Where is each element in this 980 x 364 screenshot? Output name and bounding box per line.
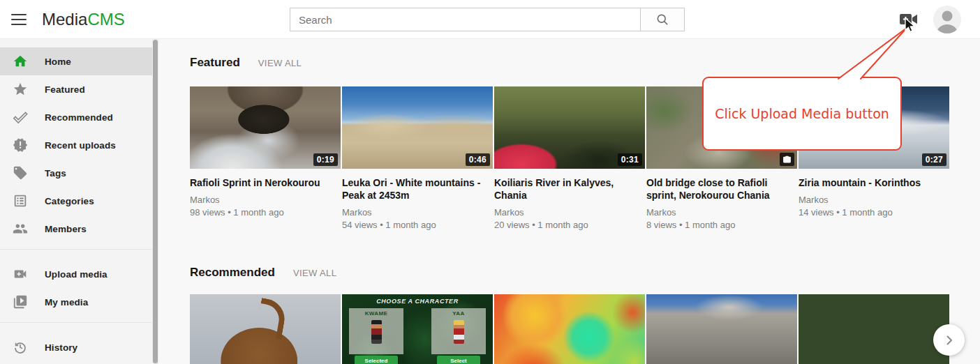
app-logo[interactable]: MediaCMS xyxy=(42,10,125,29)
character-name: YAA xyxy=(432,310,485,317)
sidebar-item-label: Categories xyxy=(45,196,94,206)
sidebar-item-recommended[interactable]: Recommended xyxy=(0,103,152,131)
video-meta: 20 views • 1 month ago xyxy=(494,219,645,232)
members-icon xyxy=(13,221,28,236)
video-title[interactable]: Ziria mountain - Korinthos xyxy=(799,176,949,189)
sidebar-scrollbar-track[interactable] xyxy=(152,39,158,364)
video-card[interactable] xyxy=(190,294,341,364)
top-bar: MediaCMS xyxy=(0,0,980,39)
video-meta: 14 views • 1 month ago xyxy=(799,206,949,219)
featured-section-header: Featured VIEW ALL xyxy=(190,56,302,70)
video-author[interactable]: Markos xyxy=(799,194,949,206)
recommended-section-header: Recommended VIEW ALL xyxy=(190,266,336,280)
featured-view-all-link[interactable]: VIEW ALL xyxy=(258,58,302,68)
search-bar xyxy=(290,8,685,31)
video-meta: 8 views • 1 month ago xyxy=(646,219,797,232)
double-check-icon xyxy=(13,109,28,125)
logo-text-cms: CMS xyxy=(87,10,124,29)
video-thumbnail[interactable] xyxy=(494,294,645,364)
carousel-next-button[interactable] xyxy=(933,324,965,356)
video-title[interactable]: Leuka Ori - White mountains - Peak at 24… xyxy=(342,176,493,202)
sidebar-item-home[interactable]: Home xyxy=(0,47,152,75)
sidebar-item-label: Recent uploads xyxy=(45,140,116,151)
sidebar-item-tags[interactable]: Tags xyxy=(0,159,152,187)
new-releases-icon xyxy=(13,137,28,153)
tag-icon xyxy=(13,165,28,181)
video-thumbnail[interactable] xyxy=(799,294,949,364)
sidebar-item-label: Featured xyxy=(45,84,85,95)
video-call-icon xyxy=(899,12,919,27)
search-input[interactable] xyxy=(290,8,641,31)
video-thumbnail[interactable] xyxy=(190,294,341,364)
chevron-right-icon xyxy=(942,333,956,347)
video-author[interactable]: Markos xyxy=(494,206,645,219)
video-title[interactable]: Old bridge close to Rafioli sprint, Nero… xyxy=(646,176,797,202)
video-meta: 54 views • 1 month ago xyxy=(342,219,493,232)
video-card[interactable]: 0:19Rafioli Sprint in NerokourouMarkos98… xyxy=(190,86,341,232)
user-avatar[interactable] xyxy=(933,6,961,33)
video-thumbnail[interactable]: 0:31 xyxy=(494,86,645,169)
sidebar-item-featured[interactable]: Featured xyxy=(0,75,152,103)
video-thumbnail[interactable]: 0:19 xyxy=(190,86,341,169)
photo-badge xyxy=(780,153,794,166)
sidebar-item-label: History xyxy=(45,342,77,353)
sidebar-item-recent-uploads[interactable]: Recent uploads xyxy=(0,131,152,159)
sidebar-item-label: Home xyxy=(45,56,71,67)
sidebar-item-upload-media[interactable]: Upload media xyxy=(0,260,152,288)
sidebar-item-label: Members xyxy=(45,224,87,234)
video-thumbnail[interactable] xyxy=(646,294,797,364)
sidebar-item-members[interactable]: Members xyxy=(0,215,152,243)
video-card[interactable]: CHOOSE A CHARACTERKWAMEYAASelectedSelect xyxy=(342,294,493,364)
character-box: YAA xyxy=(431,308,486,354)
video-thumbnail[interactable]: CHOOSE A CHARACTERKWAMEYAASelectedSelect xyxy=(342,294,493,364)
video-card[interactable] xyxy=(646,294,797,364)
character-sprite xyxy=(371,320,382,344)
annotation-callout: Click Upload Media button xyxy=(702,77,902,151)
video-card[interactable] xyxy=(494,294,645,364)
sidebar-item-label: Upload media xyxy=(45,269,107,280)
sidebar: HomeFeaturedRecommendedRecent uploadsTag… xyxy=(0,39,152,364)
video-author[interactable]: Markos xyxy=(342,206,493,219)
video-author[interactable]: Markos xyxy=(646,206,797,219)
upload-media-button[interactable] xyxy=(899,12,919,27)
categories-icon xyxy=(13,193,28,208)
video-card[interactable]: 0:46Leuka Ori - White mountains - Peak a… xyxy=(342,86,493,232)
recommended-view-all-link[interactable]: VIEW ALL xyxy=(293,268,336,278)
annotation-text: Click Upload Media button xyxy=(715,106,889,121)
video-title[interactable]: Koiliaris River in Kalyves, Chania xyxy=(494,176,645,202)
video-card[interactable] xyxy=(799,294,949,364)
recommended-video-row: CHOOSE A CHARACTERKWAMEYAASelectedSelect xyxy=(190,294,949,364)
person-icon xyxy=(933,6,961,33)
video-author[interactable]: Markos xyxy=(190,194,341,206)
video-card[interactable]: 0:31Koiliaris River in Kalyves, ChaniaMa… xyxy=(494,86,645,232)
duration-badge: 0:31 xyxy=(618,153,642,166)
home-icon xyxy=(13,54,28,69)
logo-text-media: Media xyxy=(42,10,87,29)
sidebar-item-label: Recommended xyxy=(45,112,113,123)
sidebar-item-categories[interactable]: Categories xyxy=(0,187,152,215)
thumbnail-overlay-title: CHOOSE A CHARACTER xyxy=(342,298,493,305)
search-button[interactable] xyxy=(641,8,685,31)
sidebar-item-my-media[interactable]: My media xyxy=(0,288,152,316)
menu-icon[interactable] xyxy=(11,13,27,26)
star-icon xyxy=(13,82,28,97)
sidebar-scrollbar-thumb[interactable] xyxy=(153,40,158,363)
sidebar-item-history[interactable]: History xyxy=(0,333,152,361)
video-thumbnail[interactable]: 0:46 xyxy=(342,86,493,169)
video-meta: 98 views • 1 month ago xyxy=(190,206,341,219)
duration-badge: 0:27 xyxy=(922,153,946,166)
upload-media-icon xyxy=(13,266,28,282)
section-title-featured: Featured xyxy=(190,56,240,70)
character-select-button: Select xyxy=(437,356,480,364)
my-media-icon xyxy=(13,294,28,310)
duration-badge: 0:46 xyxy=(466,153,490,166)
photo-camera-icon xyxy=(782,155,792,164)
sidebar-item-label: My media xyxy=(45,297,88,308)
duration-badge: 0:19 xyxy=(313,153,338,166)
sidebar-divider xyxy=(0,322,152,323)
character-box: KWAME xyxy=(349,308,403,354)
character-name: KWAME xyxy=(350,310,403,317)
character-select-button: Selected xyxy=(355,356,398,364)
video-title[interactable]: Rafioli Sprint in Nerokourou xyxy=(190,176,341,189)
sidebar-item-label: Tags xyxy=(45,168,66,179)
